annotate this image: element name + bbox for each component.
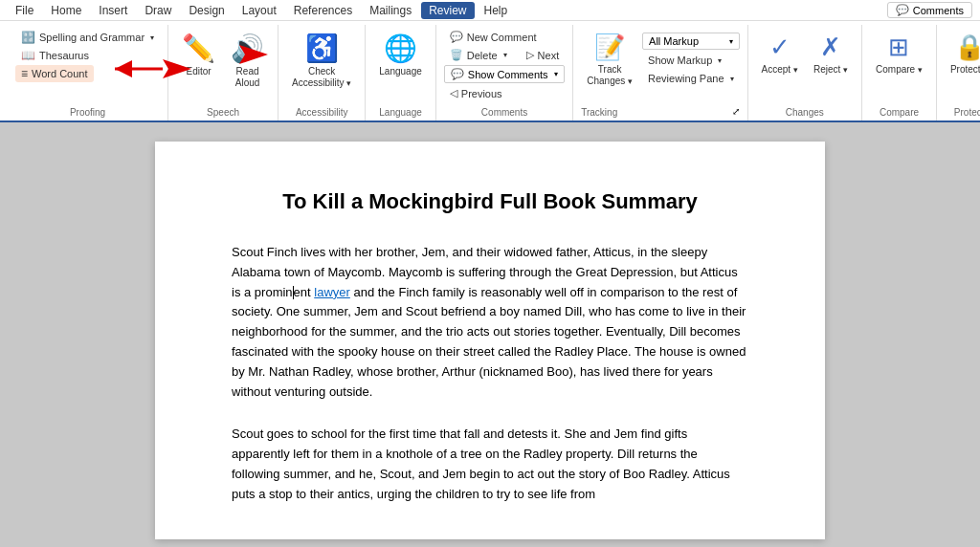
changes-group-label: Changes xyxy=(756,105,854,120)
show-markup-button[interactable]: Show Markup ▾ xyxy=(642,53,740,68)
menu-layout[interactable]: Layout xyxy=(234,2,284,19)
new-comment-label: New Comment xyxy=(467,32,537,43)
compare-button[interactable]: ⊞ Compare ▾ xyxy=(870,29,928,79)
read-aloud-icon: 🔊 xyxy=(231,33,264,64)
show-comments-button[interactable]: 💬 Show Comments ▾ xyxy=(444,65,565,83)
accessibility-group: ♿ CheckAccessibility ▾ Accessibility xyxy=(278,25,366,120)
text-cursor xyxy=(293,286,294,299)
tracking-group-label: Tracking xyxy=(581,105,617,120)
previous-icon: ◁ xyxy=(450,87,457,99)
editor-button[interactable]: ✏️ Editor xyxy=(176,29,221,81)
all-markup-label: All Markup xyxy=(649,35,699,47)
read-aloud-button[interactable]: 🔊 ReadAloud xyxy=(225,29,270,93)
language-button[interactable]: 🌐 Language xyxy=(373,29,428,81)
compare-group-label: Compare xyxy=(870,105,928,120)
delete-arrow: ▾ xyxy=(503,51,507,59)
show-markup-arrow: ▾ xyxy=(718,56,722,65)
comments-group-label: Comments xyxy=(444,105,565,120)
document-page: To Kill a Mockingbird Full Book Summary … xyxy=(155,142,825,539)
next-icon: ▷ xyxy=(526,49,534,61)
word-count-button[interactable]: ≡ Word Count xyxy=(15,65,94,82)
protect-group-label: Protect xyxy=(945,105,980,120)
menu-file[interactable]: File xyxy=(8,2,41,19)
compare-icon: ⊞ xyxy=(888,33,909,62)
language-group: 🌐 Language Language xyxy=(366,25,436,120)
protect-label: Protect ▾ xyxy=(950,64,980,76)
spelling-arrow: ▾ xyxy=(150,33,154,42)
word-count-icon: ≡ xyxy=(21,67,28,80)
track-changes-label: TrackChanges ▾ xyxy=(587,64,633,87)
reviewing-pane-button[interactable]: Reviewing Pane ▾ xyxy=(642,71,740,86)
proofing-group: 🔡 Spelling and Grammar ▾ 📖 Thesaurus ≡ W… xyxy=(8,25,168,120)
menu-help[interactable]: Help xyxy=(477,2,516,19)
previous-label: Previous xyxy=(461,88,502,99)
accessibility-group-label: Accessibility xyxy=(286,105,357,120)
next-label: Next xyxy=(538,50,560,61)
protect-group: 🔒 Protect ▾ Protect xyxy=(937,25,980,120)
all-markup-arrow: ▾ xyxy=(729,37,733,46)
show-comments-icon: 💬 xyxy=(451,68,464,80)
menu-references[interactable]: References xyxy=(286,2,360,19)
word-count-label: Word Count xyxy=(32,68,88,79)
protect-button[interactable]: 🔒 Protect ▾ xyxy=(945,29,980,79)
ribbon: 🔡 Spelling and Grammar ▾ 📖 Thesaurus ≡ W… xyxy=(0,21,980,122)
changes-group: ✓ Accept ▾ ✗ Reject ▾ Changes xyxy=(748,25,862,120)
lawyer-link[interactable]: lawyer xyxy=(314,285,350,299)
editor-icon: ✏️ xyxy=(182,33,215,64)
check-accessibility-button[interactable]: ♿ CheckAccessibility ▾ xyxy=(286,29,357,93)
reject-icon: ✗ xyxy=(820,33,841,62)
reviewing-pane-arrow: ▾ xyxy=(730,75,734,83)
reject-label: Reject ▾ xyxy=(813,64,848,76)
menu-bar: File Home Insert Draw Design Layout Refe… xyxy=(0,0,980,21)
language-label: Language xyxy=(379,66,422,77)
compare-label: Compare ▾ xyxy=(876,64,923,76)
delete-button[interactable]: 🗑️ Delete ▾ xyxy=(444,47,513,63)
accept-icon: ✓ xyxy=(769,33,791,62)
protect-icon: 🔒 xyxy=(954,33,980,62)
menu-draw[interactable]: Draw xyxy=(137,2,179,19)
all-markup-dropdown[interactable]: All Markup ▾ xyxy=(642,33,740,50)
menu-home[interactable]: Home xyxy=(43,2,89,19)
accept-label: Accept ▾ xyxy=(762,64,798,76)
editor-label: Editor xyxy=(187,66,212,77)
show-markup-label: Show Markup xyxy=(648,55,712,66)
spelling-label: Spelling and Grammar xyxy=(39,32,145,43)
thesaurus-button[interactable]: 📖 Thesaurus xyxy=(15,47,95,64)
delete-label: Delete xyxy=(467,50,498,61)
delete-icon: 🗑️ xyxy=(450,49,463,61)
comments-label: Comments xyxy=(913,5,964,16)
reviewing-pane-label: Reviewing Pane xyxy=(648,73,724,84)
new-comment-button[interactable]: 💬 New Comment xyxy=(444,29,543,45)
accept-button[interactable]: ✓ Accept ▾ xyxy=(756,29,804,79)
reject-button[interactable]: ✗ Reject ▾ xyxy=(808,29,854,79)
speech-group: ✏️ Editor 🔊 ReadAloud Speech xyxy=(168,25,278,120)
language-icon: 🌐 xyxy=(384,33,417,64)
proofing-group-label: Proofing xyxy=(15,105,160,120)
speech-group-label: Speech xyxy=(176,105,270,120)
comments-group: 💬 New Comment 🗑️ Delete ▾ ▷ Next 💬 Show … xyxy=(436,25,573,120)
previous-button[interactable]: ◁ Previous xyxy=(444,85,508,101)
show-comments-arrow: ▾ xyxy=(554,70,558,78)
menu-mailings[interactable]: Mailings xyxy=(362,2,419,19)
new-comment-icon: 💬 xyxy=(450,31,463,43)
tracking-expand-icon[interactable]: ⤢ xyxy=(732,106,740,117)
menu-design[interactable]: Design xyxy=(181,2,232,19)
document-area: To Kill a Mockingbird Full Book Summary … xyxy=(0,122,980,547)
track-changes-button[interactable]: 📝 TrackChanges ▾ xyxy=(581,29,638,91)
spelling-grammar-button[interactable]: 🔡 Spelling and Grammar ▾ xyxy=(15,29,160,46)
track-changes-icon: 📝 xyxy=(594,33,625,62)
read-aloud-label: ReadAloud xyxy=(235,66,260,89)
tracking-group: 📝 TrackChanges ▾ All Markup ▾ Show Marku… xyxy=(573,25,747,120)
next-button[interactable]: ▷ Next xyxy=(521,47,566,63)
menu-review[interactable]: Review xyxy=(421,2,474,19)
thesaurus-icon: 📖 xyxy=(21,49,35,62)
compare-group: ⊞ Compare ▾ Compare xyxy=(862,25,937,120)
language-group-label: Language xyxy=(373,105,428,120)
menu-insert[interactable]: Insert xyxy=(91,2,135,19)
comments-menu-button[interactable]: 💬 Comments xyxy=(887,2,972,18)
thesaurus-label: Thesaurus xyxy=(39,50,89,61)
paragraph-1: Scout Finch lives with her brother, Jem,… xyxy=(232,243,748,402)
comment-icon: 💬 xyxy=(896,4,909,16)
accessibility-label: CheckAccessibility ▾ xyxy=(292,66,351,89)
accessibility-icon: ♿ xyxy=(305,33,339,64)
